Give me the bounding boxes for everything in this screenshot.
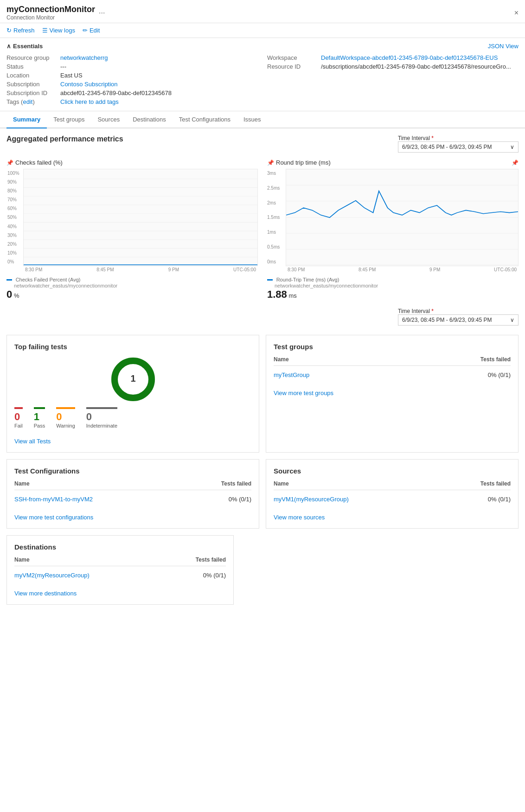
view-more-test-groups-link[interactable]: View more test groups (274, 390, 511, 396)
view-logs-button[interactable]: ☰ View logs (42, 27, 75, 34)
app-subtitle: Connection Monitor (6, 14, 95, 21)
destination-link[interactable]: myVM2(myResourceGroup) (14, 572, 90, 579)
refresh-button[interactable]: ↻ Refresh (6, 27, 35, 34)
rtt-svg (286, 169, 518, 266)
essentials-right: Workspace DefaultWorkspace-abcdef01-2345… (267, 53, 519, 106)
resource-group-link[interactable]: networkwatcherrg (60, 54, 108, 61)
stat-fail: 0 Fail (14, 407, 23, 428)
subscription-link[interactable]: Contoso Subscription (60, 81, 118, 88)
add-tags-link[interactable]: Click here to add tags (60, 98, 119, 105)
edit-button[interactable]: ✏ Edit (83, 27, 100, 34)
essentials-row: Tags (edit) Click here to add tags (6, 97, 258, 106)
rtt-legend: Round-Trip Time (ms) (Avg) networkwatche… (267, 276, 519, 301)
test-groups-headers: Name Tests failed (274, 356, 511, 366)
charts-row: 📌 Checks failed (%) 100% 90% 80% 70% 60%… (6, 159, 519, 301)
view-more-sources-link[interactable]: View more sources (274, 514, 511, 521)
rtt-title: 📌 Round trip time (ms) 📌 (267, 159, 519, 166)
pin-icon[interactable]: 📌 (267, 160, 274, 166)
tabs-bar: Summary Test groups Sources Destinations… (0, 111, 525, 128)
time-interval-select[interactable]: 6/9/23, 08:45 PM - 6/9/23, 09:45 PM ∨ (398, 141, 519, 153)
stat-pass: 1 Pass (34, 407, 45, 428)
essentials-row: Workspace DefaultWorkspace-abcdef01-2345… (267, 53, 519, 62)
source-row: myVM1(myResourceGroup) 0% (0/1) (274, 494, 511, 505)
tab-issues[interactable]: Issues (237, 111, 268, 128)
destination-row: myVM2(myResourceGroup) 0% (0/1) (14, 570, 226, 581)
stat-indeterminate: 0 Indeterminate (86, 407, 117, 428)
essentials-row: Status --- (6, 62, 258, 71)
title-bar: myConnectionMonitor Connection Monitor ·… (0, 0, 525, 23)
ellipsis-button[interactable]: ··· (99, 9, 105, 17)
test-groups-panel: Test groups Name Tests failed myTestGrou… (266, 335, 519, 453)
toolbar: ↻ Refresh ☰ View logs ✏ Edit (0, 23, 525, 38)
sources-panel: Sources Name Tests failed myVM1(myResour… (266, 459, 519, 529)
pin-icon[interactable]: 📌 (6, 160, 13, 166)
chevron-down-icon: ∨ (510, 144, 514, 150)
essentials-row: Subscription ID abcdef01-2345-6789-0abc-… (6, 89, 258, 97)
workspace-link[interactable]: DefaultWorkspace-abcdef01-2345-6789-0abc… (321, 54, 498, 61)
close-button[interactable]: × (514, 9, 519, 17)
tab-test-configurations[interactable]: Test Configurations (173, 111, 237, 128)
essentials-row: Resource group networkwatcherrg (6, 53, 258, 62)
tab-summary[interactable]: Summary (6, 111, 47, 128)
time-interval-control: Time Interval * 6/9/23, 08:45 PM - 6/9/2… (398, 135, 519, 153)
refresh-icon: ↻ (6, 27, 12, 34)
log-icon: ☰ (42, 27, 48, 34)
test-config-link[interactable]: SSH-from-myVM1-to-myVM2 (14, 496, 93, 503)
tab-test-groups[interactable]: Test groups (47, 111, 91, 128)
metrics-header: Aggregated performance metrics Time Inte… (6, 135, 519, 153)
rtt-chart: 📌 Round trip time (ms) 📌 3ms 2.5ms 2ms 1… (267, 159, 519, 301)
test-config-headers: Name Tests failed (14, 480, 251, 490)
test-configurations-panel: Test Configurations Name Tests failed SS… (6, 459, 259, 529)
checks-failed-svg (24, 169, 257, 266)
destinations-panel: Destinations Name Tests failed myVM2(myR… (6, 535, 234, 605)
bottom-time-row: Time Interval * 6/9/23, 08:45 PM - 6/9/2… (6, 308, 519, 326)
essentials-title: ∧ Essentials (6, 43, 43, 50)
chevron-down-icon: ∧ (6, 43, 11, 50)
test-config-row: SSH-from-myVM1-to-myVM2 0% (0/1) (14, 494, 251, 505)
view-all-tests-link[interactable]: View all Tests (14, 438, 251, 445)
stat-warning: 0 Warning (56, 407, 75, 428)
donut-stats: 0 Fail 1 Pass 0 Warning 0 Indeterminate (14, 407, 251, 428)
section-title: Aggregated performance metrics (6, 135, 123, 143)
checks-failed-legend: Checks Failed Percent (Avg) networkwatch… (6, 276, 258, 301)
destinations-headers: Name Tests failed (14, 556, 226, 566)
top-panels-row: Top failing tests 1 0 Fail 1 Pass (6, 335, 519, 453)
essentials-section: ∧ Essentials JSON View Resource group ne… (0, 38, 525, 111)
essentials-left: Resource group networkwatcherrg Status -… (6, 53, 258, 106)
checks-failed-chart: 📌 Checks failed (%) 100% 90% 80% 70% 60%… (6, 159, 258, 301)
test-group-link[interactable]: myTestGroup (274, 371, 309, 378)
pin-right-icon[interactable]: 📌 (512, 160, 519, 166)
checks-failed-title: 📌 Checks failed (%) (6, 159, 258, 166)
top-failing-tests-panel: Top failing tests 1 0 Fail 1 Pass (6, 335, 259, 453)
chevron-down-icon: ∨ (510, 317, 514, 323)
bottom-time-interval-control: Time Interval * 6/9/23, 08:45 PM - 6/9/2… (398, 308, 519, 326)
sources-headers: Name Tests failed (274, 480, 511, 490)
tags-edit-link[interactable]: edit (23, 98, 32, 105)
view-more-destinations-link[interactable]: View more destinations (14, 590, 226, 597)
mid-panels-row: Test Configurations Name Tests failed SS… (6, 459, 519, 529)
edit-icon: ✏ (83, 27, 88, 34)
tab-destinations[interactable]: Destinations (126, 111, 173, 128)
main-content: Aggregated performance metrics Time Inte… (0, 128, 525, 618)
essentials-grid: Resource group networkwatcherrg Status -… (6, 53, 519, 106)
tab-sources[interactable]: Sources (91, 111, 126, 128)
source-link[interactable]: myVM1(myResourceGroup) (274, 496, 349, 503)
app-title: myConnectionMonitor (6, 5, 95, 14)
view-more-test-configs-link[interactable]: View more test configurations (14, 514, 251, 521)
essentials-row: Subscription Contoso Subscription (6, 80, 258, 89)
bottom-time-interval-select[interactable]: 6/9/23, 08:45 PM - 6/9/23, 09:45 PM ∨ (398, 314, 519, 326)
essentials-row: Resource ID /subscriptions/abcdef01-2345… (267, 62, 519, 71)
donut-chart: 1 (14, 356, 251, 403)
json-view-link[interactable]: JSON View (488, 43, 519, 50)
svg-text:1: 1 (130, 373, 135, 384)
test-group-row: myTestGroup 0% (0/1) (274, 370, 511, 380)
essentials-row: Location East US (6, 71, 258, 80)
